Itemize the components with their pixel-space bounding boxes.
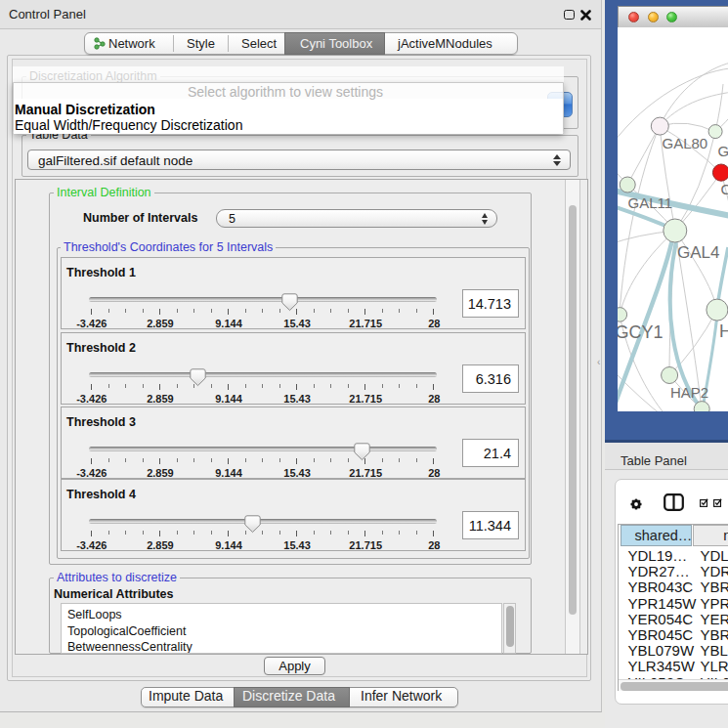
svg-text:HAP2: HAP2	[670, 383, 708, 400]
svg-text:GAL4: GAL4	[677, 242, 719, 261]
svg-text:HA: HA	[719, 321, 728, 340]
svg-text:GAL11: GAL11	[627, 193, 672, 210]
svg-text:GCY1: GCY1	[618, 321, 664, 341]
svg-text:CD: CD	[720, 181, 728, 197]
svg-text:GAL80: GAL80	[662, 134, 707, 150]
svg-text:GA: GA	[717, 143, 728, 159]
